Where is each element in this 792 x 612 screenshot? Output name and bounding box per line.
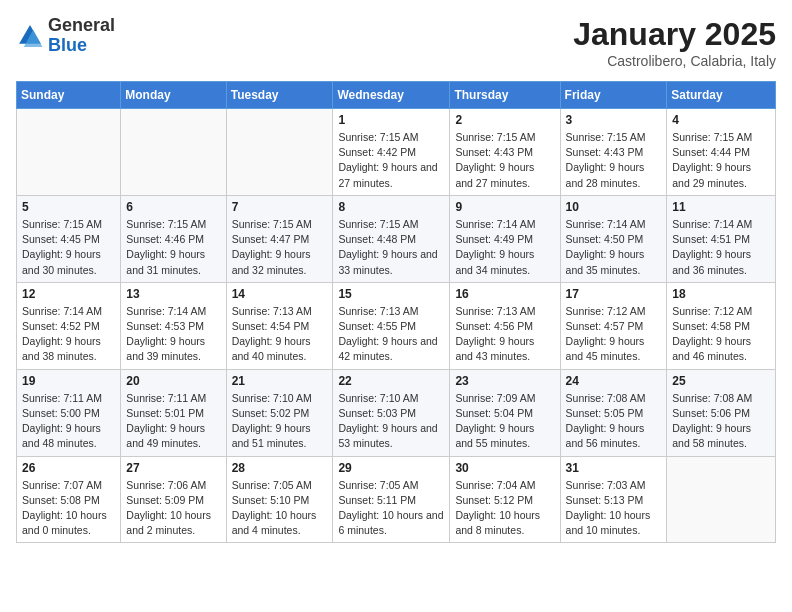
day-info: Sunrise: 7:08 AM Sunset: 5:05 PM Dayligh… — [566, 391, 662, 452]
day-info: Sunrise: 7:11 AM Sunset: 5:01 PM Dayligh… — [126, 391, 220, 452]
day-number: 18 — [672, 287, 770, 301]
day-info: Sunrise: 7:12 AM Sunset: 4:58 PM Dayligh… — [672, 304, 770, 365]
calendar-cell: 31Sunrise: 7:03 AM Sunset: 5:13 PM Dayli… — [560, 456, 667, 543]
day-number: 13 — [126, 287, 220, 301]
day-info: Sunrise: 7:08 AM Sunset: 5:06 PM Dayligh… — [672, 391, 770, 452]
calendar-cell: 20Sunrise: 7:11 AM Sunset: 5:01 PM Dayli… — [121, 369, 226, 456]
day-number: 20 — [126, 374, 220, 388]
calendar-cell: 4Sunrise: 7:15 AM Sunset: 4:44 PM Daylig… — [667, 109, 776, 196]
weekday-header-friday: Friday — [560, 82, 667, 109]
day-info: Sunrise: 7:06 AM Sunset: 5:09 PM Dayligh… — [126, 478, 220, 539]
day-number: 10 — [566, 200, 662, 214]
day-info: Sunrise: 7:15 AM Sunset: 4:43 PM Dayligh… — [566, 130, 662, 191]
day-info: Sunrise: 7:15 AM Sunset: 4:45 PM Dayligh… — [22, 217, 115, 278]
day-number: 23 — [455, 374, 554, 388]
calendar-cell: 24Sunrise: 7:08 AM Sunset: 5:05 PM Dayli… — [560, 369, 667, 456]
day-info: Sunrise: 7:15 AM Sunset: 4:43 PM Dayligh… — [455, 130, 554, 191]
day-number: 8 — [338, 200, 444, 214]
day-number: 31 — [566, 461, 662, 475]
calendar-cell: 3Sunrise: 7:15 AM Sunset: 4:43 PM Daylig… — [560, 109, 667, 196]
day-number: 3 — [566, 113, 662, 127]
calendar-cell: 9Sunrise: 7:14 AM Sunset: 4:49 PM Daylig… — [450, 195, 560, 282]
calendar-week-3: 12Sunrise: 7:14 AM Sunset: 4:52 PM Dayli… — [17, 282, 776, 369]
day-info: Sunrise: 7:13 AM Sunset: 4:56 PM Dayligh… — [455, 304, 554, 365]
title-block: January 2025 Castrolibero, Calabria, Ita… — [573, 16, 776, 69]
calendar-cell: 8Sunrise: 7:15 AM Sunset: 4:48 PM Daylig… — [333, 195, 450, 282]
day-number: 14 — [232, 287, 328, 301]
calendar-cell: 10Sunrise: 7:14 AM Sunset: 4:50 PM Dayli… — [560, 195, 667, 282]
day-info: Sunrise: 7:07 AM Sunset: 5:08 PM Dayligh… — [22, 478, 115, 539]
weekday-header-sunday: Sunday — [17, 82, 121, 109]
day-number: 29 — [338, 461, 444, 475]
day-number: 28 — [232, 461, 328, 475]
day-info: Sunrise: 7:15 AM Sunset: 4:44 PM Dayligh… — [672, 130, 770, 191]
calendar-week-4: 19Sunrise: 7:11 AM Sunset: 5:00 PM Dayli… — [17, 369, 776, 456]
day-number: 12 — [22, 287, 115, 301]
day-info: Sunrise: 7:03 AM Sunset: 5:13 PM Dayligh… — [566, 478, 662, 539]
day-number: 4 — [672, 113, 770, 127]
logo-text: General Blue — [48, 16, 115, 56]
weekday-header-tuesday: Tuesday — [226, 82, 333, 109]
calendar-cell — [667, 456, 776, 543]
calendar-cell: 11Sunrise: 7:14 AM Sunset: 4:51 PM Dayli… — [667, 195, 776, 282]
day-info: Sunrise: 7:05 AM Sunset: 5:11 PM Dayligh… — [338, 478, 444, 539]
calendar-cell: 22Sunrise: 7:10 AM Sunset: 5:03 PM Dayli… — [333, 369, 450, 456]
day-info: Sunrise: 7:05 AM Sunset: 5:10 PM Dayligh… — [232, 478, 328, 539]
day-info: Sunrise: 7:15 AM Sunset: 4:48 PM Dayligh… — [338, 217, 444, 278]
logo-icon — [16, 22, 44, 50]
day-number: 2 — [455, 113, 554, 127]
day-number: 1 — [338, 113, 444, 127]
calendar-cell: 5Sunrise: 7:15 AM Sunset: 4:45 PM Daylig… — [17, 195, 121, 282]
calendar-cell: 13Sunrise: 7:14 AM Sunset: 4:53 PM Dayli… — [121, 282, 226, 369]
calendar-cell: 29Sunrise: 7:05 AM Sunset: 5:11 PM Dayli… — [333, 456, 450, 543]
calendar-table: SundayMondayTuesdayWednesdayThursdayFrid… — [16, 81, 776, 543]
day-info: Sunrise: 7:14 AM Sunset: 4:51 PM Dayligh… — [672, 217, 770, 278]
calendar-cell: 23Sunrise: 7:09 AM Sunset: 5:04 PM Dayli… — [450, 369, 560, 456]
day-number: 17 — [566, 287, 662, 301]
logo: General Blue — [16, 16, 115, 56]
day-number: 25 — [672, 374, 770, 388]
calendar-body: 1Sunrise: 7:15 AM Sunset: 4:42 PM Daylig… — [17, 109, 776, 543]
calendar-cell: 2Sunrise: 7:15 AM Sunset: 4:43 PM Daylig… — [450, 109, 560, 196]
calendar-cell — [17, 109, 121, 196]
page-header: General Blue January 2025 Castrolibero, … — [16, 16, 776, 69]
weekday-header-monday: Monday — [121, 82, 226, 109]
calendar-cell: 12Sunrise: 7:14 AM Sunset: 4:52 PM Dayli… — [17, 282, 121, 369]
day-info: Sunrise: 7:10 AM Sunset: 5:03 PM Dayligh… — [338, 391, 444, 452]
day-info: Sunrise: 7:13 AM Sunset: 4:54 PM Dayligh… — [232, 304, 328, 365]
calendar-cell: 17Sunrise: 7:12 AM Sunset: 4:57 PM Dayli… — [560, 282, 667, 369]
calendar-cell: 6Sunrise: 7:15 AM Sunset: 4:46 PM Daylig… — [121, 195, 226, 282]
calendar-cell: 1Sunrise: 7:15 AM Sunset: 4:42 PM Daylig… — [333, 109, 450, 196]
day-info: Sunrise: 7:15 AM Sunset: 4:42 PM Dayligh… — [338, 130, 444, 191]
calendar-cell: 19Sunrise: 7:11 AM Sunset: 5:00 PM Dayli… — [17, 369, 121, 456]
day-info: Sunrise: 7:12 AM Sunset: 4:57 PM Dayligh… — [566, 304, 662, 365]
day-number: 15 — [338, 287, 444, 301]
day-number: 9 — [455, 200, 554, 214]
calendar-week-2: 5Sunrise: 7:15 AM Sunset: 4:45 PM Daylig… — [17, 195, 776, 282]
day-info: Sunrise: 7:10 AM Sunset: 5:02 PM Dayligh… — [232, 391, 328, 452]
day-info: Sunrise: 7:14 AM Sunset: 4:50 PM Dayligh… — [566, 217, 662, 278]
day-info: Sunrise: 7:14 AM Sunset: 4:53 PM Dayligh… — [126, 304, 220, 365]
day-number: 22 — [338, 374, 444, 388]
calendar-cell: 16Sunrise: 7:13 AM Sunset: 4:56 PM Dayli… — [450, 282, 560, 369]
calendar-cell: 25Sunrise: 7:08 AM Sunset: 5:06 PM Dayli… — [667, 369, 776, 456]
weekday-header-row: SundayMondayTuesdayWednesdayThursdayFrid… — [17, 82, 776, 109]
calendar-cell: 7Sunrise: 7:15 AM Sunset: 4:47 PM Daylig… — [226, 195, 333, 282]
day-number: 6 — [126, 200, 220, 214]
calendar-header: SundayMondayTuesdayWednesdayThursdayFrid… — [17, 82, 776, 109]
weekday-header-saturday: Saturday — [667, 82, 776, 109]
day-info: Sunrise: 7:15 AM Sunset: 4:47 PM Dayligh… — [232, 217, 328, 278]
calendar-cell — [226, 109, 333, 196]
day-number: 19 — [22, 374, 115, 388]
calendar-cell: 15Sunrise: 7:13 AM Sunset: 4:55 PM Dayli… — [333, 282, 450, 369]
calendar-subtitle: Castrolibero, Calabria, Italy — [573, 53, 776, 69]
day-number: 26 — [22, 461, 115, 475]
day-info: Sunrise: 7:04 AM Sunset: 5:12 PM Dayligh… — [455, 478, 554, 539]
day-info: Sunrise: 7:15 AM Sunset: 4:46 PM Dayligh… — [126, 217, 220, 278]
day-info: Sunrise: 7:14 AM Sunset: 4:49 PM Dayligh… — [455, 217, 554, 278]
day-number: 16 — [455, 287, 554, 301]
calendar-cell: 14Sunrise: 7:13 AM Sunset: 4:54 PM Dayli… — [226, 282, 333, 369]
day-number: 5 — [22, 200, 115, 214]
weekday-header-thursday: Thursday — [450, 82, 560, 109]
day-number: 27 — [126, 461, 220, 475]
